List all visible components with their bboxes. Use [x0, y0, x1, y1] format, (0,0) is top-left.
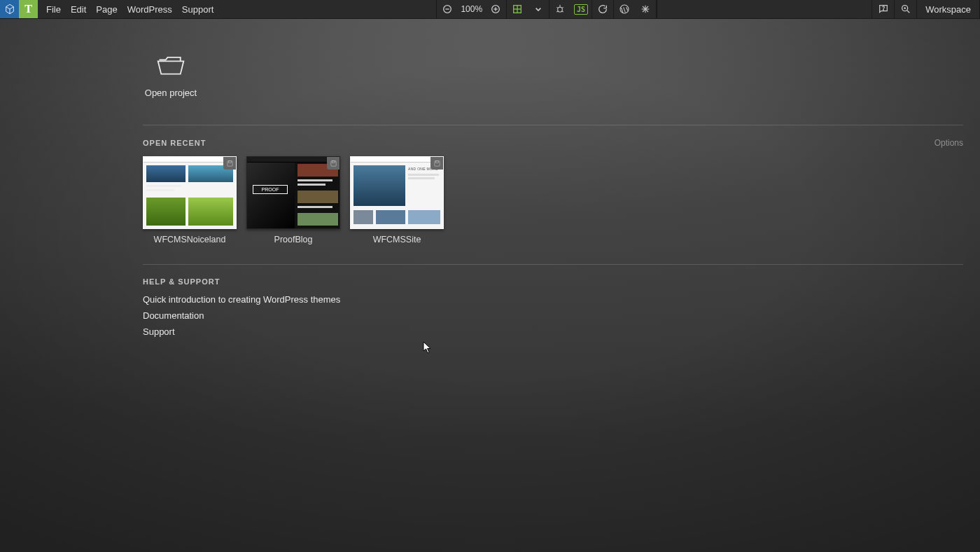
svg-rect-26 — [330, 160, 335, 165]
zoom-group: 100% — [436, 0, 506, 18]
svg-line-21 — [907, 11, 909, 13]
menu-edit[interactable]: Edit — [71, 4, 86, 15]
bug-icon[interactable] — [550, 0, 570, 18]
refresh-group — [592, 0, 613, 18]
layout-dropdown[interactable] — [528, 0, 549, 18]
menu-wordpress[interactable]: WordPress — [127, 4, 172, 15]
workspace-menu[interactable]: Workspace — [917, 0, 980, 18]
svg-line-11 — [562, 7, 564, 8]
wp-group — [613, 0, 656, 18]
svg-line-10 — [556, 7, 558, 8]
sparkle-icon[interactable] — [635, 0, 656, 18]
layout-group — [506, 0, 549, 18]
open-project-label: Open project — [145, 88, 197, 98]
project-thumbnail: AND ONE MORE — [350, 156, 444, 229]
toolbar-right: Workspace — [872, 0, 980, 18]
wordpress-icon[interactable] — [614, 0, 635, 18]
js-toggle[interactable]: JS — [570, 0, 592, 18]
refresh-button[interactable] — [592, 0, 613, 18]
recent-project[interactable]: PROOF ProofBlog — [246, 156, 340, 244]
mouse-cursor — [423, 341, 433, 357]
menu-file[interactable]: File — [46, 4, 61, 15]
search-button[interactable] — [895, 0, 917, 18]
open-recent-heading: OPEN RECENT — [143, 139, 206, 147]
save-icon — [223, 157, 236, 170]
menu-page[interactable]: Page — [96, 4, 117, 15]
svg-line-13 — [562, 11, 564, 12]
svg-rect-28 — [434, 160, 439, 165]
app-logo[interactable] — [0, 0, 19, 18]
main-menu: File Edit Page WordPress Support — [38, 0, 222, 18]
save-icon — [430, 157, 443, 170]
svg-rect-27 — [332, 160, 335, 163]
help-links: Quick introduction to creating WordPress… — [143, 294, 963, 337]
mode-text-icon[interactable]: T — [19, 0, 38, 18]
project-thumbnail: PROOF — [246, 156, 340, 229]
recent-project[interactable]: WFCMSNoiceland — [143, 156, 237, 244]
help-link-support[interactable]: Support — [143, 326, 963, 337]
project-name: WFCMSSite — [350, 235, 444, 244]
save-icon — [327, 157, 340, 170]
menu-support[interactable]: Support — [182, 4, 214, 15]
help-header: HELP & SUPPORT — [143, 277, 963, 286]
help-link-docs[interactable]: Documentation — [143, 310, 963, 321]
project-name: ProofBlog — [246, 235, 340, 244]
folder-open-icon — [155, 50, 186, 78]
zoom-out-button[interactable] — [437, 0, 458, 18]
divider — [143, 264, 963, 265]
svg-line-12 — [556, 11, 558, 12]
recent-options[interactable]: Options — [934, 138, 963, 148]
help-button[interactable] — [872, 0, 895, 18]
recent-project[interactable]: AND ONE MORE WFCMSSite — [350, 156, 444, 244]
recent-projects: WFCMSNoiceland PROOF ProofBlog — [143, 156, 963, 244]
svg-rect-24 — [227, 160, 232, 165]
open-project-button[interactable]: Open project — [139, 50, 202, 98]
project-thumbnail — [143, 156, 237, 229]
recent-header: OPEN RECENT Options — [143, 138, 963, 148]
welcome-screen: Open project OPEN RECENT Options WFCMSN — [0, 19, 980, 337]
help-link-intro[interactable]: Quick introduction to creating WordPress… — [143, 294, 963, 305]
svg-rect-29 — [435, 160, 438, 163]
svg-point-19 — [883, 10, 883, 11]
help-heading: HELP & SUPPORT — [143, 277, 220, 286]
divider — [143, 125, 963, 125]
layout-grid-button[interactable] — [507, 0, 528, 18]
svg-point-8 — [558, 7, 563, 12]
zoom-level[interactable]: 100% — [458, 0, 485, 18]
zoom-in-button[interactable] — [485, 0, 506, 18]
project-name: WFCMSNoiceland — [143, 235, 237, 244]
top-toolbar: T File Edit Page WordPress Support 100% … — [0, 0, 980, 19]
tools-group: JS — [549, 0, 592, 18]
svg-rect-25 — [228, 160, 231, 163]
